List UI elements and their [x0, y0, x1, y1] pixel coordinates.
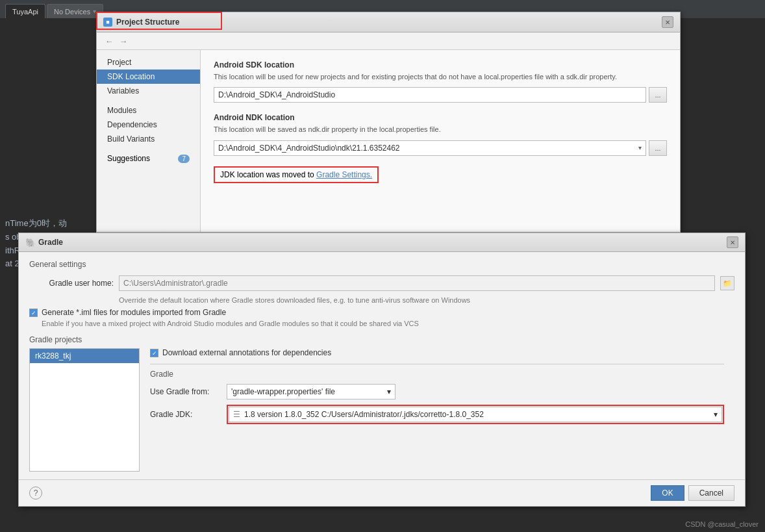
gradle-projects-section: Gradle projects rk3288_tkj ✓ Download ex…: [29, 335, 734, 472]
generate-iml-checkbox[interactable]: ✓: [29, 309, 38, 317]
generate-iml-label: Generate *.iml files for modules importe…: [42, 308, 226, 317]
tab-tuyaapi[interactable]: TuyaApi: [5, 4, 45, 18]
android-sdk-browse-button[interactable]: ...: [649, 87, 667, 103]
gradle-icon: 🐘: [25, 238, 34, 247]
gradle-user-home-input[interactable]: [119, 275, 715, 291]
gradle-body: General settings Gradle user home: 📁 Ove…: [19, 252, 745, 479]
android-ndk-input-row: D:\Android_SDK\4_AndroidStudio\ndk\21.1.…: [214, 140, 667, 156]
sidebar-item-sdk-location[interactable]: SDK Location: [97, 70, 200, 84]
use-gradle-from-value: 'gradle-wrapper.properties' file: [231, 387, 335, 396]
sidebar-dependencies-label: Dependencies: [107, 120, 157, 129]
general-settings-header: General settings: [29, 260, 734, 269]
sidebar-sdk-label: SDK Location: [107, 72, 155, 81]
use-gradle-dropdown-arrow: ▾: [387, 387, 391, 396]
projects-list: rk3288_tkj: [29, 348, 140, 472]
nav-back-button[interactable]: ←: [103, 35, 115, 47]
nav-bar: ← →: [97, 32, 680, 50]
sidebar-build-variants-label: Build Variants: [107, 134, 155, 144]
gradle-title-left: 🐘 Gradle: [25, 238, 63, 247]
sidebar-project-label: Project: [107, 58, 131, 67]
project-structure-sidebar: Project SDK Location Variables Modules D…: [97, 50, 201, 232]
jdk-folder-icon: ☰: [233, 410, 240, 419]
tab-no-devices-label: No Devices: [54, 8, 90, 16]
gradle-settings-link[interactable]: Gradle Settings.: [316, 170, 372, 179]
suggestions-badge: 7: [178, 155, 190, 163]
ok-button[interactable]: OK: [651, 485, 684, 501]
project-item-rk3288[interactable]: rk3288_tkj: [30, 349, 139, 363]
gradle-user-home-row: Gradle user home: 📁: [29, 275, 734, 291]
sidebar-item-modules[interactable]: Modules: [97, 103, 200, 118]
watermark: CSDN @casual_clover: [685, 520, 759, 528]
download-annotations-label: Download external annotations for depend…: [162, 348, 331, 357]
project-structure-dialog: ■ Project Structure ✕ ← → Project SDK Lo…: [96, 12, 681, 233]
gradle-home-browse-button[interactable]: 📁: [720, 276, 734, 290]
nav-forward-button[interactable]: →: [118, 35, 129, 47]
help-button[interactable]: ?: [29, 487, 42, 500]
android-ndk-dropdown[interactable]: D:\Android_SDK\4_AndroidStudio\ndk\21.1.…: [214, 140, 646, 156]
gradle-projects-label: Gradle projects: [29, 335, 734, 344]
download-checkmark-icon: ✓: [152, 350, 157, 357]
gradle-jdk-row: Gradle JDK: ☰ 1.8 version 1.8.0_352 C:/U…: [150, 405, 724, 424]
jdk-dropdown-arrow: ▾: [714, 410, 718, 419]
sidebar-divider-2: [97, 146, 200, 151]
generate-iml-row: ✓ Generate *.iml files for modules impor…: [29, 308, 734, 317]
gradle-close-button[interactable]: ✕: [727, 236, 738, 248]
gradle-sub-label: Gradle: [150, 370, 724, 379]
jdk-value-left: ☰ 1.8 version 1.8.0_352 C:/Users/Adminis…: [233, 410, 484, 419]
use-gradle-from-dropdown[interactable]: 'gradle-wrapper.properties' file ▾: [227, 384, 395, 399]
checkmark-icon: ✓: [31, 310, 36, 316]
projects-settings: ✓ Download external annotations for depe…: [140, 348, 734, 472]
android-ndk-value: D:\Android_SDK\4_AndroidStudio\ndk\21.1.…: [218, 144, 400, 153]
gradle-dialog-footer: ? OK Cancel: [19, 479, 745, 506]
project-structure-title: Project Structure: [116, 18, 179, 27]
project-structure-body: Project SDK Location Variables Modules D…: [97, 50, 680, 232]
gradle-projects-body: rk3288_tkj ✓ Download external annotatio…: [29, 348, 734, 472]
titlebar-left: ■ Project Structure: [103, 18, 179, 27]
jdk-row-wrapper: JDK location was moved to Gradle Setting…: [214, 166, 667, 183]
project-structure-close-button[interactable]: ✕: [662, 16, 673, 28]
sidebar-suggestions-label: Suggestions: [107, 154, 150, 163]
project-structure-icon: ■: [103, 18, 112, 27]
gradle-sub-section: Gradle Use Gradle from: 'gradle-wrapper.…: [150, 364, 724, 424]
project-item-label: rk3288_tkj: [35, 351, 71, 361]
gradle-dialog: 🐘 Gradle ✕ General settings Gradle user …: [18, 233, 746, 507]
gradle-title: Gradle: [38, 238, 63, 247]
editor-line-1: nTime为0时，动: [5, 217, 67, 231]
help-icon: ?: [34, 488, 38, 498]
use-gradle-from-label: Use Gradle from:: [150, 387, 221, 396]
project-structure-main: Android SDK location This location will …: [201, 50, 680, 232]
android-sdk-desc: This location will be used for new proje…: [214, 72, 667, 82]
jdk-field-highlight-box: ☰ 1.8 version 1.8.0_352 C:/Users/Adminis…: [227, 405, 724, 424]
gradle-user-home-hint: Override the default location where Grad…: [119, 296, 734, 304]
android-sdk-input-row: ...: [214, 87, 667, 103]
sidebar-item-suggestions[interactable]: Suggestions 7: [97, 151, 200, 166]
sidebar-item-build-variants[interactable]: Build Variants: [97, 132, 200, 146]
project-structure-titlebar: ■ Project Structure ✕: [97, 12, 680, 32]
android-ndk-dropdown-arrow: ▾: [638, 144, 642, 151]
sidebar-modules-label: Modules: [107, 106, 136, 115]
android-ndk-desc: This location will be saved as ndk.dir p…: [214, 125, 667, 134]
android-ndk-browse-button[interactable]: ...: [649, 140, 667, 156]
jdk-prefix-text: JDK location was moved to: [220, 170, 316, 179]
gradle-jdk-dropdown[interactable]: ☰ 1.8 version 1.8.0_352 C:/Users/Adminis…: [229, 407, 722, 422]
cancel-button[interactable]: Cancel: [688, 485, 734, 501]
gradle-jdk-label: Gradle JDK:: [150, 410, 221, 419]
generate-iml-sublabel: Enable if you have a mixed project with …: [42, 320, 734, 327]
footer-buttons: OK Cancel: [651, 485, 734, 501]
sidebar-item-project[interactable]: Project: [97, 55, 200, 70]
tab-no-devices[interactable]: No Devices ▾: [47, 4, 103, 18]
download-annotations-row: ✓ Download external annotations for depe…: [150, 348, 724, 357]
android-sdk-input[interactable]: [214, 87, 646, 103]
gradle-user-home-label: Gradle user home:: [29, 279, 114, 288]
sidebar-item-variables[interactable]: Variables: [97, 84, 200, 98]
sidebar-item-dependencies[interactable]: Dependencies: [97, 118, 200, 132]
folder-icon: 📁: [723, 279, 732, 288]
download-annotations-checkbox[interactable]: ✓: [150, 349, 158, 357]
tab-tuyaapi-label: TuyaApi: [12, 8, 38, 16]
use-gradle-from-row: Use Gradle from: 'gradle-wrapper.propert…: [150, 384, 724, 399]
android-ndk-title: Android NDK location: [214, 113, 667, 122]
gradle-jdk-value: 1.8 version 1.8.0_352 C:/Users/Administr…: [244, 410, 484, 419]
android-sdk-title: Android SDK location: [214, 60, 667, 70]
sidebar-divider-1: [97, 98, 200, 103]
gradle-titlebar: 🐘 Gradle ✕: [19, 233, 745, 252]
